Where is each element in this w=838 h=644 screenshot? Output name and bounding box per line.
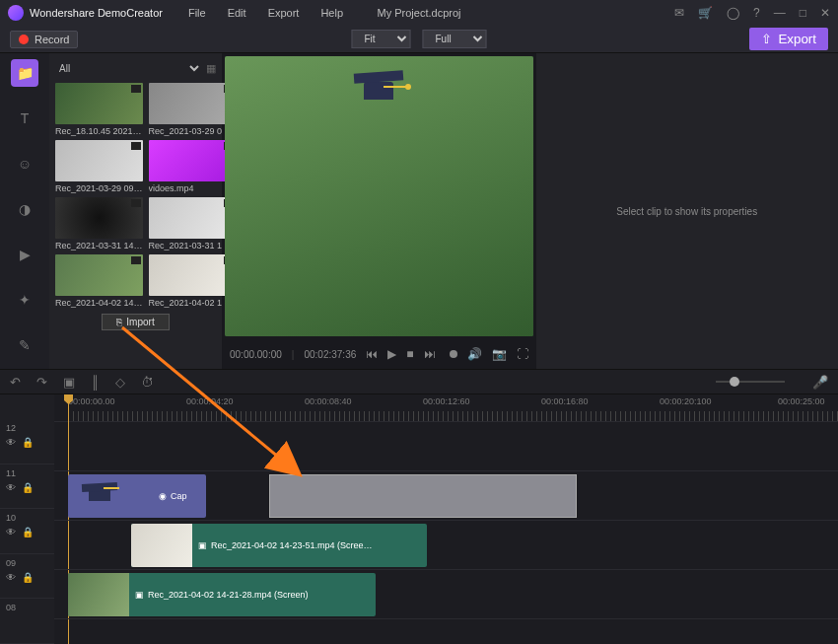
mic-icon[interactable]: 🎤 [812,375,828,390]
rail-transitions[interactable]: ◑ [11,195,38,223]
marker-icon[interactable]: ◇ [115,375,125,390]
close-icon[interactable]: ✕ [820,6,830,20]
cart-icon[interactable]: 🛒 [698,6,713,20]
properties-panel: Select clip to show its properties [536,53,838,369]
eye-icon[interactable]: 👁 [6,437,16,448]
speed-icon[interactable]: ⏱ [141,375,154,390]
volume-icon[interactable]: 🔊 [467,347,482,361]
track-header[interactable]: 09👁🔒 [0,554,54,600]
video-icon: ▣ [135,590,144,600]
eye-icon[interactable]: 👁 [6,482,16,493]
media-item[interactable]: Rec_2021-03-31 14… [55,197,143,250]
menu-edit[interactable]: Edit [228,7,246,19]
export-button[interactable]: ⇧ Export [749,28,828,50]
track-row[interactable]: ◉Cap [54,471,838,521]
media-item[interactable]: Rec_18.10.45 2021… [55,83,143,136]
record-button-label: Record [35,34,69,45]
time-total: 00:02:37:36 [304,349,356,360]
maximize-icon[interactable]: □ [800,6,806,20]
lock-icon[interactable]: 🔒 [22,527,34,537]
help-icon[interactable]: ? [753,6,760,20]
toolbar: Record Fit Full ⇧ Export [0,26,838,53]
redo-icon[interactable]: ↷ [36,375,47,390]
track-header[interactable]: 08 [0,599,54,644]
main-area: 📁 T ☺ ◑ ▶ ✦ ✎ All ▦ Rec_18.10.45 2021… R… [0,53,838,369]
export-button-label: Export [778,32,816,46]
clip-video[interactable]: ▣Rec_2021-04-02 14-23-51.mp4 (Scree… [131,524,427,567]
lock-icon[interactable]: 🔒 [22,437,34,448]
properties-empty-text: Select clip to show its properties [616,206,757,217]
export-icon: ⇧ [761,32,772,46]
clip-type-icon: ◉ [159,491,167,501]
menu-file[interactable]: File [188,7,206,19]
media-item[interactable]: Rec_2021-03-29 09… [55,140,143,193]
lock-icon[interactable]: 🔒 [22,572,34,583]
preview-panel: 00:00.00:00 | 00:02:37:36 ⏮ ▶ ■ ⏭ 🔊 📷 ⛶ [222,53,536,369]
menu-help[interactable]: Help [320,7,343,19]
media-thumbs: Rec_18.10.45 2021… Rec_2021-03-29 09… Re… [55,83,216,308]
scrub-bead[interactable] [450,350,457,358]
minimize-icon[interactable]: — [774,6,786,20]
rail-cursor[interactable]: ▶ [11,241,38,268]
time-current: 00:00.00:00 [230,349,282,360]
preview-canvas[interactable] [225,56,533,336]
grid-view-icon[interactable]: ▦ [206,62,216,75]
split-icon[interactable]: ║ [91,375,100,390]
project-name: My Project.dcproj [378,7,461,19]
zoom-slider[interactable] [716,381,785,383]
fit-select[interactable]: Fit [352,30,411,48]
timeline: 12👁🔒 11👁🔒 10👁🔒 09👁🔒 08 00:00:00.00 00:00… [0,394,838,644]
lock-icon[interactable]: 🔒 [22,482,34,493]
cap-overlay-graphic [354,78,403,115]
track-header[interactable]: 12👁🔒 [0,419,54,465]
next-icon[interactable]: ⏭ [424,347,436,361]
track-row[interactable] [54,619,838,644]
eye-icon[interactable]: 👁 [6,572,16,583]
record-button[interactable]: Record [10,31,78,48]
full-select[interactable]: Full [423,30,487,48]
fullscreen-icon[interactable]: ⛶ [517,347,528,361]
clip-cap[interactable]: ◉Cap [68,474,206,518]
record-dot-icon [19,35,29,44]
rail-stickers[interactable]: ☺ [11,150,38,178]
app-name: Wondershare DemoCreator [30,7,163,19]
crop-icon[interactable]: ▣ [63,375,75,390]
playback-bar: 00:00.00:00 | 00:02:37:36 ⏮ ▶ ■ ⏭ 🔊 📷 ⛶ [222,339,536,369]
app-logo [8,5,24,21]
media-filter-select[interactable]: All [55,62,202,75]
import-button[interactable]: ⎘ Import [102,314,169,330]
rail-text[interactable]: T [11,105,38,132]
track-headers: 12👁🔒 11👁🔒 10👁🔒 09👁🔒 08 [0,394,54,644]
side-rail: 📁 T ☺ ◑ ▶ ✦ ✎ [0,53,49,369]
drop-target[interactable] [269,474,577,518]
track-header[interactable]: 10👁🔒 [0,509,54,554]
media-library: All ▦ Rec_18.10.45 2021… Rec_2021-03-29 … [49,53,222,369]
media-item[interactable]: Rec_2021-04-02 14… [55,254,143,308]
track-row[interactable] [54,422,838,471]
snapshot-icon[interactable]: 📷 [492,347,507,361]
track-row[interactable]: ▣Rec_2021-04-02 14-23-51.mp4 (Scree… [54,521,838,570]
timeline-toolbar: ↶ ↷ ▣ ║ ◇ ⏱ 🎤 [0,369,838,394]
stop-icon[interactable]: ■ [406,347,413,361]
track-header[interactable]: 11👁🔒 [0,465,54,510]
titlebar: Wondershare DemoCreator File Edit Export… [0,0,838,26]
rail-media[interactable]: 📁 [11,59,38,87]
play-icon[interactable]: ▶ [387,347,396,361]
menu-bar: File Edit Export Help [188,7,343,19]
tracks-area[interactable]: 00:00:00.00 00:00:04:20 00:00:08:40 00:0… [54,394,838,644]
import-icon: ⎘ [116,317,122,327]
video-icon: ▣ [198,540,207,550]
eye-icon[interactable]: 👁 [6,527,16,537]
user-icon[interactable]: ◯ [727,6,739,20]
menu-export[interactable]: Export [268,7,300,19]
clip-video[interactable]: ▣Rec_2021-04-02 14-21-28.mp4 (Screen) [68,573,376,616]
time-ruler[interactable]: 00:00:00.00 00:00:04:20 00:00:08:40 00:0… [54,394,838,422]
mail-icon[interactable]: ✉ [674,6,684,20]
rail-effects[interactable]: ✦ [11,286,38,314]
import-button-label: Import [126,317,154,327]
rail-annotations[interactable]: ✎ [11,331,38,359]
undo-icon[interactable]: ↶ [10,375,21,390]
prev-icon[interactable]: ⏮ [366,347,378,361]
track-row[interactable]: ▣Rec_2021-04-02 14-21-28.mp4 (Screen) [54,570,838,619]
